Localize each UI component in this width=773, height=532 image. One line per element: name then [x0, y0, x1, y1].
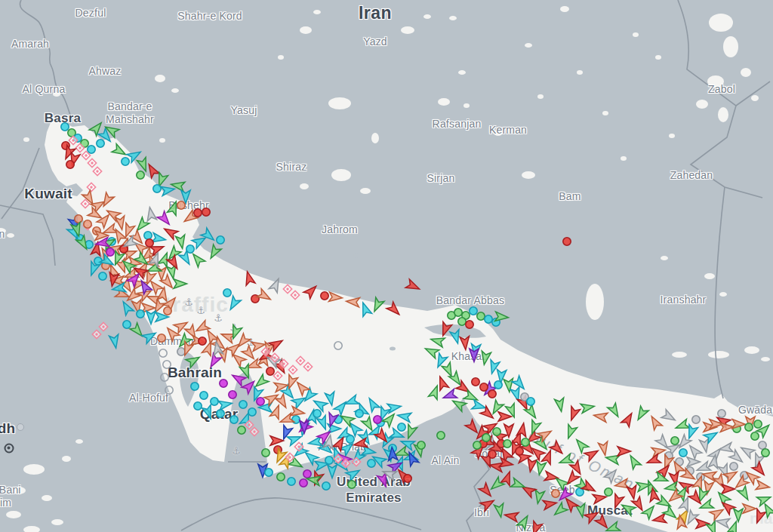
vessel-marker-stopped[interactable] — [220, 380, 227, 387]
vessel-marker-stopped[interactable] — [164, 307, 171, 315]
vessel-marker-stopped[interactable] — [88, 146, 95, 153]
vessel-marker-underway[interactable] — [346, 466, 362, 481]
vessel-marker-stopped[interactable] — [404, 475, 411, 482]
vessel-marker-underway[interactable] — [480, 497, 496, 511]
vessel-marker-underway[interactable] — [226, 296, 241, 312]
vessel-marker-underway[interactable] — [687, 457, 701, 466]
vessel-marker-stopped[interactable] — [522, 438, 529, 446]
vessel-marker-underway[interactable] — [614, 479, 629, 490]
vessel-marker-underway[interactable] — [593, 411, 608, 422]
vessel-marker-underway[interactable] — [100, 192, 114, 208]
vessel-marker-underway[interactable] — [164, 325, 180, 341]
navaid-marker[interactable] — [296, 356, 304, 364]
vessel-marker-stopped[interactable] — [257, 398, 264, 405]
vessel-marker-underway[interactable] — [494, 312, 509, 322]
vessel-marker-stopped[interactable] — [191, 383, 199, 390]
vessel-marker-underway[interactable] — [494, 503, 506, 518]
vessel-marker-underway[interactable] — [386, 302, 402, 318]
vessel-marker-underway[interactable] — [716, 516, 730, 527]
navaid-marker[interactable] — [88, 158, 96, 167]
vessel-marker-underway[interactable] — [387, 401, 402, 413]
vessel-marker-underway[interactable] — [573, 437, 589, 453]
vessel-marker-underway[interactable] — [627, 485, 639, 500]
vessel-marker-underway[interactable] — [517, 514, 531, 530]
vessel-marker-underway[interactable] — [308, 437, 322, 448]
vessel-marker-underway[interactable] — [621, 411, 636, 427]
vessel-marker-underway[interactable] — [605, 453, 620, 464]
vessel-marker-underway[interactable] — [472, 400, 487, 413]
vessel-marker-stopped[interactable] — [730, 463, 738, 470]
navaid-marker[interactable] — [303, 362, 312, 371]
vessel-marker-stopped[interactable] — [66, 161, 74, 168]
vessel-marker-stopped[interactable] — [466, 321, 473, 328]
vessel-marker-underway[interactable] — [756, 481, 770, 492]
vessel-marker-stopped[interactable] — [177, 348, 185, 355]
vessel-marker-stopped[interactable] — [437, 432, 445, 439]
vessel-marker-underway[interactable] — [442, 389, 457, 402]
vessel-marker-stopped[interactable] — [163, 361, 171, 368]
vessel-marker-stopped[interactable] — [303, 470, 311, 478]
vessel-marker-underway[interactable] — [328, 465, 337, 478]
vessel-marker-stopped[interactable] — [454, 309, 462, 316]
vessel-marker-underway[interactable] — [137, 157, 150, 173]
vessel-marker-underway[interactable] — [567, 406, 581, 422]
vessel-marker-underway[interactable] — [661, 410, 677, 424]
vessel-marker-underway[interactable] — [157, 211, 173, 227]
vessel-marker-underway[interactable] — [465, 420, 481, 435]
vessel-marker-underway[interactable] — [634, 406, 648, 422]
vessel-marker-stopped[interactable] — [563, 238, 571, 245]
vessel-marker-stopped[interactable] — [199, 337, 206, 345]
vessel-marker-stopped[interactable] — [398, 423, 405, 431]
vessel-marker-underway[interactable] — [667, 489, 682, 505]
vessel-marker-stopped[interactable] — [679, 449, 687, 457]
vessel-marker-stopped[interactable] — [482, 434, 490, 441]
vessel-marker-stopped[interactable] — [265, 469, 273, 476]
vessel-marker-underway[interactable] — [186, 353, 202, 367]
vessel-marker-stopped[interactable] — [177, 201, 185, 209]
vessel-marker-stopped[interactable] — [488, 390, 496, 398]
vessel-marker-underway[interactable] — [738, 486, 752, 502]
vessel-marker-underway[interactable] — [174, 279, 187, 288]
vessel-marker-underway[interactable] — [504, 510, 519, 521]
vessel-marker-underway[interactable] — [617, 447, 631, 456]
vessel-marker-stopped[interactable] — [300, 479, 307, 487]
vessel-marker-stopped[interactable] — [122, 158, 129, 165]
vessel-marker-underway[interactable] — [334, 399, 350, 415]
vessel-marker-stopped[interactable] — [61, 123, 69, 131]
vessel-marker-stopped[interactable] — [470, 307, 477, 315]
vessel-marker-stopped[interactable] — [718, 410, 725, 417]
vessel-marker-underway[interactable] — [534, 461, 546, 475]
vessel-marker-underway[interactable] — [652, 514, 667, 525]
vessel-marker-underway[interactable] — [370, 297, 384, 313]
vessel-marker-stopped[interactable] — [488, 451, 496, 458]
vessel-marker-underway[interactable] — [207, 244, 221, 260]
vessel-marker-stopped[interactable] — [75, 215, 82, 223]
vessel-marker-stopped[interactable] — [277, 473, 285, 481]
vessel-marker-stopped[interactable] — [552, 490, 559, 497]
vessel-marker-underway[interactable] — [648, 414, 662, 430]
vessel-marker-stopped[interactable] — [238, 426, 245, 434]
vessel-marker-underway[interactable] — [498, 412, 512, 421]
vessel-marker-stopped[interactable] — [325, 457, 333, 464]
vessel-marker-underway[interactable] — [564, 424, 577, 440]
vessel-marker-stopped[interactable] — [472, 378, 479, 386]
vessel-marker-stopped[interactable] — [159, 349, 167, 357]
vessel-marker-underway[interactable] — [112, 144, 128, 158]
vessel-marker-underway[interactable] — [365, 396, 380, 412]
vessel-marker-underway[interactable] — [529, 521, 543, 532]
vessel-marker-underway[interactable] — [189, 251, 205, 267]
vessel-marker-stopped[interactable] — [229, 391, 236, 398]
vessel-marker-stopped[interactable] — [211, 398, 218, 405]
vessel-marker-underway[interactable] — [743, 504, 756, 513]
vessel-marker-stopped[interactable] — [346, 435, 354, 443]
vessel-marker-underway[interactable] — [294, 380, 310, 395]
vessel-marker-stopped[interactable] — [334, 342, 342, 349]
navaid-marker[interactable] — [250, 427, 258, 435]
vessel-marker-underway[interactable] — [720, 422, 734, 432]
vessel-marker-stopped[interactable] — [248, 408, 256, 416]
vessel-marker-stopped[interactable] — [477, 312, 485, 320]
vessel-marker-stopped[interactable] — [99, 272, 106, 280]
vessel-marker-underway[interactable] — [595, 515, 611, 530]
vessel-marker-underway[interactable] — [642, 503, 658, 519]
vessel-marker-stopped[interactable] — [527, 398, 534, 405]
